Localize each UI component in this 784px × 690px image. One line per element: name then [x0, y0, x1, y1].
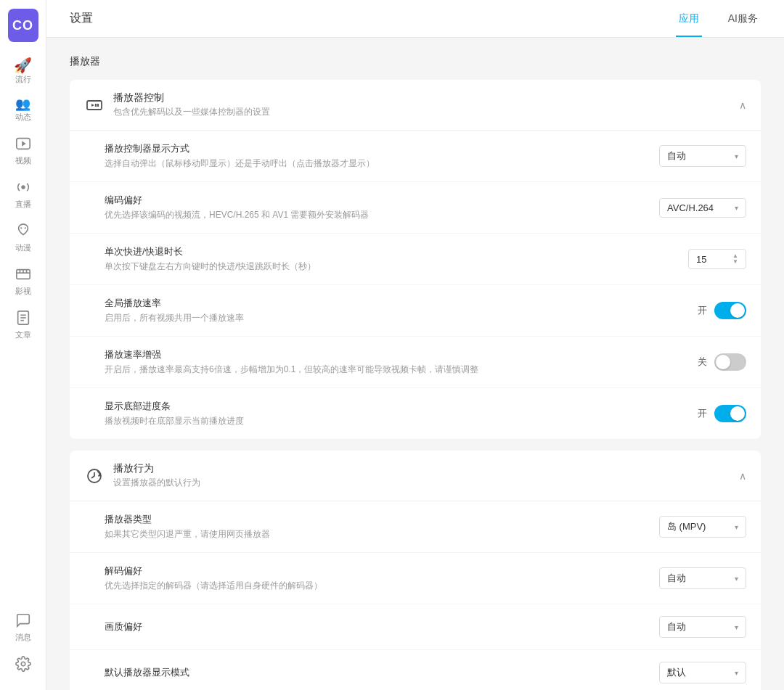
setting-label: 播放器类型 [105, 513, 645, 526]
tab-ai[interactable]: AI服务 [725, 0, 761, 37]
arrow-down-icon[interactable]: ▼ [732, 259, 738, 265]
sidebar-label-message: 消息 [15, 633, 31, 641]
sidebar-label-anime: 动漫 [15, 244, 31, 252]
setting-desc: 如果其它类型闪退严重，请使用网页播放器 [105, 528, 645, 541]
sidebar-item-message[interactable]: 消息 [15, 605, 31, 649]
setting-global-rate: 全局播放速率 启用后，所有视频共用一个播放速率 开 [70, 285, 761, 337]
sidebar-item-dynamics[interactable]: 👥 动态 [0, 91, 46, 128]
toggle-rate-boost[interactable] [714, 353, 746, 371]
setting-desc: 优先选择指定的解码器（请选择适用自身硬件的解码器） [105, 580, 645, 592]
setting-rate-boost: 播放速率增强 开启后，播放速率最高支持6倍速，步幅增加为0.1，但较高的速率可能… [70, 337, 761, 388]
sidebar-label-trending: 流行 [15, 75, 31, 83]
toggle-label-off: 关 [698, 356, 707, 369]
setting-label: 默认播放器显示模式 [105, 666, 645, 679]
sidebar-item-trending[interactable]: 🚀 流行 [0, 51, 46, 91]
toggle-label-on: 开 [698, 407, 707, 420]
message-icon [15, 612, 31, 631]
avatar: CO [8, 9, 38, 42]
setting-label: 播放速率增强 [105, 348, 683, 361]
setting-label: 显示底部进度条 [105, 400, 683, 413]
settings-content: 播放器 播放器控制 包含优先解码以及一些媒体控制器的设置 [46, 38, 784, 690]
card-title: 播放器控制 [113, 91, 270, 104]
sidebar-item-video[interactable]: 视频 [0, 128, 46, 172]
setting-quality-preference: 画质偏好 自动 ▾ [70, 604, 761, 650]
sidebar-label-article: 文章 [15, 331, 31, 339]
card-desc: 设置播放器的默认行为 [113, 477, 200, 489]
card-player-control-header[interactable]: 播放器控制 包含优先解码以及一些媒体控制器的设置 ∧ [70, 80, 761, 131]
select-decode[interactable]: 自动 ▾ [659, 567, 746, 589]
setting-desc: 优先选择该编码的视频流，HEVC/H.265 和 AV1 需要额外安装解码器 [105, 209, 645, 221]
select-control-display[interactable]: 自动 ▾ [659, 145, 746, 167]
caret-icon: ▾ [735, 152, 738, 160]
setting-label: 全局播放速率 [105, 297, 683, 310]
toggle-knob [730, 303, 745, 318]
caret-icon: ▾ [735, 623, 738, 631]
toggle-global-rate[interactable] [714, 302, 746, 319]
setting-desc: 单次按下键盘左右方向键时的快进/快退跳跃时长（秒） [105, 260, 674, 273]
setting-decode-preference: 解码偏好 优先选择指定的解码器（请选择适用自身硬件的解码器） 自动 ▾ [70, 553, 761, 604]
setting-seek-duration: 单次快进/快退时长 单次按下键盘左右方向键时的快进/快退跳跃时长（秒） 15 ▲… [70, 234, 761, 285]
player-control-icon [84, 95, 105, 115]
setting-label: 播放控制器显示方式 [105, 142, 645, 155]
select-codec[interactable]: AVC/H.264 ▾ [659, 198, 746, 218]
sidebar-label-dynamics: 动态 [15, 113, 31, 121]
chevron-up-icon: ∧ [739, 99, 746, 111]
setting-label: 编码偏好 [105, 194, 645, 207]
video-icon [15, 136, 31, 154]
card-desc: 包含优先解码以及一些媒体控制器的设置 [113, 106, 270, 118]
select-player-type[interactable]: 岛 (MPV) ▾ [659, 516, 746, 538]
card-playback-behavior-header[interactable]: 播放行为 设置播放器的默认行为 ∧ [70, 451, 761, 501]
select-display-mode[interactable]: 默认 ▾ [659, 662, 746, 683]
svg-marker-1 [22, 141, 26, 146]
setting-codec-preference: 编码偏好 优先选择该编码的视频流，HEVC/H.265 和 AV1 需要额外安装… [70, 182, 761, 234]
settings-icon [15, 656, 31, 674]
card-player-control: 播放器控制 包含优先解码以及一些媒体控制器的设置 ∧ 播放控制器显示方式 选择自… [70, 80, 761, 439]
sidebar: CO 🚀 流行 👥 动态 视频 直播 动漫 影视 文章 [0, 0, 46, 690]
tab-app[interactable]: 应用 [676, 0, 702, 37]
sidebar-label-video: 视频 [15, 157, 31, 165]
sidebar-item-article[interactable]: 文章 [0, 303, 46, 346]
toggle-knob [716, 355, 730, 369]
movie-icon [15, 266, 31, 284]
setting-label: 画质偏好 [105, 620, 645, 633]
main-content: 设置 应用 AI服务 播放器 [46, 0, 784, 690]
card-title: 播放行为 [113, 462, 200, 475]
setting-display-mode: 默认播放器显示模式 默认 ▾ [70, 650, 761, 690]
card-playback-behavior: 播放行为 设置播放器的默认行为 ∧ 播放器类型 如果其它类型闪退严重，请使用网页… [70, 451, 761, 690]
setting-control-display: 播放控制器显示方式 选择自动弹出（鼠标移动即显示）还是手动呼出（点击播放器才显示… [70, 131, 761, 182]
number-seek[interactable]: 15 ▲ ▼ [688, 249, 746, 269]
setting-desc: 启用后，所有视频共用一个播放速率 [105, 312, 683, 324]
section-title: 播放器 [70, 55, 761, 68]
caret-icon: ▾ [735, 575, 738, 583]
setting-player-type: 播放器类型 如果其它类型闪退严重，请使用网页播放器 岛 (MPV) ▾ [70, 501, 761, 553]
sidebar-item-anime[interactable]: 动漫 [0, 215, 46, 259]
anime-icon [15, 223, 31, 241]
header-tabs: 应用 AI服务 [676, 0, 761, 37]
live-icon [15, 179, 31, 197]
svg-point-4 [24, 227, 25, 229]
sidebar-item-settings[interactable] [15, 649, 31, 681]
setting-desc: 开启后，播放速率最高支持6倍速，步幅增加为0.1，但较高的速率可能导致视频卡帧，… [105, 364, 683, 376]
sidebar-item-live[interactable]: 直播 [0, 172, 46, 215]
sidebar-item-movie[interactable]: 影视 [0, 259, 46, 303]
header: 设置 应用 AI服务 [46, 0, 784, 38]
caret-icon: ▾ [735, 523, 738, 531]
chevron-up-icon: ∧ [739, 470, 746, 482]
toggle-progress-bar[interactable] [714, 405, 746, 422]
svg-point-14 [21, 662, 25, 666]
sidebar-label-movie: 影视 [15, 287, 31, 295]
svg-point-2 [21, 185, 25, 189]
setting-desc: 选择自动弹出（鼠标移动即显示）还是手动呼出（点击播放器才显示） [105, 157, 645, 170]
setting-progress-bar: 显示底部进度条 播放视频时在底部显示当前播放进度 开 [70, 388, 761, 439]
article-icon [15, 310, 31, 328]
svg-marker-16 [91, 104, 94, 107]
select-quality[interactable]: 自动 ▾ [659, 616, 746, 638]
setting-desc: 播放视频时在底部显示当前播放进度 [105, 415, 683, 427]
svg-point-3 [20, 227, 22, 229]
trending-icon: 🚀 [14, 58, 32, 73]
toggle-label-on: 开 [698, 304, 707, 317]
caret-icon: ▾ [735, 669, 738, 677]
setting-label: 单次快进/快退时长 [105, 245, 674, 258]
page-title: 设置 [70, 11, 93, 26]
dynamics-icon: 👥 [15, 98, 30, 110]
